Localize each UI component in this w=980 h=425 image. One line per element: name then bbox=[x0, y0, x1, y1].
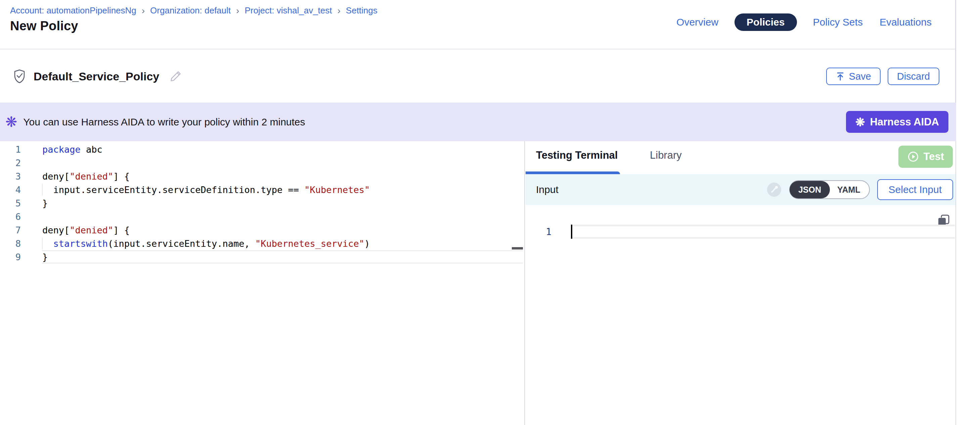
code-line[interactable]: 9 } bbox=[0, 250, 523, 264]
breadcrumb: Account: automationPipelinesNg › Organiz… bbox=[10, 5, 377, 16]
line-number: 3 bbox=[0, 171, 21, 182]
input-editor-line[interactable]: 1 bbox=[526, 225, 955, 239]
code-line[interactable]: 8 startswith(input.serviceEntity.name, "… bbox=[0, 237, 523, 250]
play-circle-icon bbox=[907, 151, 919, 163]
active-tab-underline bbox=[526, 171, 620, 174]
input-title: Input bbox=[536, 184, 558, 195]
breadcrumb-organization[interactable]: Organization: default bbox=[150, 5, 231, 16]
breadcrumb-project[interactable]: Project: vishal_av_test bbox=[245, 5, 332, 16]
input-line-number: 1 bbox=[526, 226, 552, 237]
test-button-label: Test bbox=[924, 151, 944, 163]
content-frame: Account: automationPipelinesNg › Organiz… bbox=[0, 0, 956, 425]
code-line-content: deny["denied"] { bbox=[21, 225, 130, 235]
aida-banner: ❋ You can use Harness AIDA to write your… bbox=[0, 102, 956, 141]
toolbar-actions: Save Discard bbox=[826, 67, 939, 85]
code-line-content: input.serviceEntity.serviceDefinition.ty… bbox=[21, 185, 370, 195]
harness-aida-button-label: Harness AIDA bbox=[870, 116, 939, 128]
line-number: 4 bbox=[0, 185, 21, 195]
code-line[interactable]: 3 deny["denied"] { bbox=[0, 169, 523, 183]
header-nav: Overview Policies Policy Sets Evaluation… bbox=[676, 13, 932, 31]
policy-toolbar: Default_Service_Policy bbox=[0, 50, 955, 102]
save-button[interactable]: Save bbox=[826, 67, 881, 85]
nav-item-evaluations[interactable]: Evaluations bbox=[879, 16, 932, 28]
line-number: 6 bbox=[0, 211, 21, 222]
code-lines: 1 package abc 2 3 deny["denied"] { 4 inp… bbox=[0, 142, 523, 264]
code-line-content: startswith(input.serviceEntity.name, "Ku… bbox=[21, 238, 370, 249]
testing-tabs-row: Testing Terminal Library Test bbox=[526, 141, 956, 174]
policy-editor-page: Account: automationPipelinesNg › Organiz… bbox=[0, 0, 980, 425]
text-cursor bbox=[571, 225, 572, 239]
policy-name: Default_Service_Policy bbox=[33, 70, 159, 83]
policy-code-editor[interactable]: 1 package abc 2 3 deny["denied"] { 4 inp… bbox=[0, 141, 525, 425]
tab-library[interactable]: Library bbox=[650, 149, 682, 161]
line-number: 2 bbox=[0, 158, 21, 168]
line-number: 1 bbox=[0, 144, 21, 155]
chevron-right-icon: › bbox=[142, 6, 145, 15]
code-line-content: } bbox=[21, 252, 48, 262]
discard-button-label: Discard bbox=[897, 71, 930, 82]
aida-banner-message: You can use Harness AIDA to write your p… bbox=[23, 116, 305, 128]
code-line-content: deny["denied"] { bbox=[21, 171, 130, 182]
code-line[interactable]: 1 package abc bbox=[0, 142, 523, 156]
chevron-right-icon: › bbox=[236, 6, 239, 15]
test-button[interactable]: Test bbox=[898, 145, 953, 168]
line-number: 8 bbox=[0, 238, 21, 249]
code-line[interactable]: 4 input.serviceEntity.serviceDefinition.… bbox=[0, 183, 523, 197]
pencil-edit-icon[interactable] bbox=[169, 70, 182, 83]
faded-circle-icon bbox=[767, 182, 782, 197]
indent-guide bbox=[42, 237, 43, 249]
breadcrumb-settings[interactable]: Settings bbox=[346, 5, 377, 16]
testing-panel: Testing Terminal Library Test Input bbox=[526, 141, 956, 425]
upload-icon bbox=[835, 72, 845, 81]
aida-flower-icon: ❋ bbox=[5, 115, 17, 129]
page-header: Account: automationPipelinesNg › Organiz… bbox=[0, 0, 955, 50]
code-line-content: } bbox=[21, 198, 48, 208]
page-title: New Policy bbox=[10, 19, 78, 33]
code-line[interactable]: 5 } bbox=[0, 197, 523, 210]
line-number: 5 bbox=[0, 198, 21, 208]
breadcrumb-account[interactable]: Account: automationPipelinesNg bbox=[10, 5, 136, 16]
aida-banner-message-group: ❋ You can use Harness AIDA to write your… bbox=[5, 102, 305, 141]
input-current-line-highlight[interactable] bbox=[571, 225, 955, 239]
chevron-right-icon: › bbox=[337, 6, 340, 15]
input-header-controls: JSON YAML Select Input bbox=[767, 179, 953, 200]
select-input-button[interactable]: Select Input bbox=[877, 179, 953, 200]
nav-item-policies[interactable]: Policies bbox=[735, 13, 797, 31]
harness-aida-button[interactable]: ❋ Harness AIDA bbox=[846, 111, 948, 133]
discard-button[interactable]: Discard bbox=[888, 67, 939, 85]
code-line[interactable]: 7 deny["denied"] { bbox=[0, 223, 523, 237]
aida-flower-icon: ❋ bbox=[855, 116, 865, 128]
indent-guide bbox=[42, 184, 43, 196]
code-line-content: package abc bbox=[21, 144, 102, 155]
format-option-json[interactable]: JSON bbox=[789, 181, 830, 198]
line-number: 9 bbox=[0, 252, 21, 262]
nav-item-policy-sets[interactable]: Policy Sets bbox=[812, 16, 864, 28]
line-number: 7 bbox=[0, 225, 21, 235]
input-header-bar: Input JSON YAML Select Input bbox=[526, 174, 956, 205]
policy-identity: Default_Service_Policy bbox=[13, 50, 182, 102]
code-line[interactable]: 6 bbox=[0, 210, 523, 223]
nav-item-overview[interactable]: Overview bbox=[676, 16, 719, 28]
format-toggle: JSON YAML bbox=[789, 180, 870, 199]
shield-check-icon bbox=[13, 69, 26, 84]
tab-testing-terminal[interactable]: Testing Terminal bbox=[536, 149, 617, 161]
format-option-yaml[interactable]: YAML bbox=[830, 185, 868, 195]
code-line[interactable]: 2 bbox=[0, 156, 523, 169]
save-button-label: Save bbox=[849, 71, 871, 82]
